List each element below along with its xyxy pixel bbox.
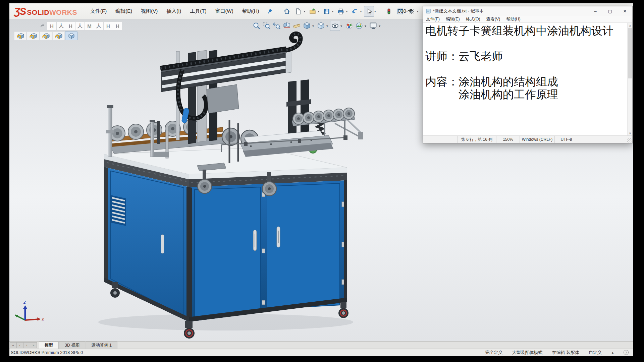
display-style-cube-icon[interactable] xyxy=(316,21,326,31)
tab-nav-next-icon[interactable]: › xyxy=(23,342,30,348)
dropdown-icon[interactable]: ▾ xyxy=(312,24,314,28)
pin-menubar-icon[interactable] xyxy=(267,8,273,14)
text-line: 电机转子卡簧组装机构中涂油机构设计 xyxy=(425,24,628,37)
version-text: SOLIDWORKS Premium 2018 SP5.0 xyxy=(9,350,83,355)
rebuild-traffic-light-icon[interactable] xyxy=(384,6,394,17)
np-menu-view[interactable]: 查看(V) xyxy=(483,16,503,22)
hide-show-items-eye-icon[interactable] xyxy=(330,21,340,31)
menu-file[interactable]: 文件(F) xyxy=(86,5,111,17)
notepad-text-area[interactable]: 电机转子卡簧组装机构中涂油机构设计 讲师：云飞老师 内容：涂油机构的结构组成 涂… xyxy=(423,23,628,136)
triad-x-label: x xyxy=(41,317,44,322)
screen: { "sw": { "logo_glyph": "ƷS", "logo_soli… xyxy=(0,0,644,362)
quickmate-icon[interactable]: 人 xyxy=(75,21,85,31)
quickmate-icon[interactable]: H xyxy=(47,21,57,31)
dropdown-icon[interactable]: ▾ xyxy=(304,9,305,13)
scrollbar-thumb[interactable] xyxy=(628,28,632,78)
maximize-icon[interactable]: ▢ xyxy=(603,6,618,16)
dropdown-icon[interactable]: ▾ xyxy=(326,24,328,28)
view-orientation-cube-icon[interactable] xyxy=(302,21,312,31)
new-document-icon[interactable] xyxy=(293,6,303,17)
breadcrumb-assembly-icon[interactable] xyxy=(65,32,77,40)
heads-up-view-toolbar: ▾ ▾ ▾ ▾ ▾ xyxy=(252,21,382,31)
line-ending: Windows (CRLF) xyxy=(520,136,554,143)
notepad-window: *新建文本文档.txt - 记事本 – ▢ ✕ 文件(F) 编辑(E) 格式(O… xyxy=(423,6,633,143)
quickmate-icon[interactable]: M xyxy=(85,21,94,31)
notepad-menubar: 文件(F) 编辑(E) 格式(O) 查看(V) 帮助(H) xyxy=(423,16,632,23)
selection-breadcrumbs xyxy=(14,32,78,40)
text-line: 内容：涂油机构的结构组成 xyxy=(425,75,628,88)
breadcrumb-component-icon[interactable] xyxy=(14,32,26,40)
resize-grip[interactable] xyxy=(627,138,632,143)
notepad-titlebar[interactable]: *新建文本文档.txt - 记事本 – ▢ ✕ xyxy=(423,6,632,16)
breadcrumb-arrow-icon[interactable] xyxy=(40,23,46,29)
home-icon[interactable] xyxy=(282,6,292,17)
tab-model[interactable]: 模型 xyxy=(39,342,59,349)
status-custom[interactable]: 自定义 xyxy=(589,350,602,356)
measure-icon[interactable] xyxy=(292,21,302,31)
menu-view[interactable]: 视图(V) xyxy=(137,5,162,17)
select-arrow-icon[interactable] xyxy=(364,6,374,17)
section-view-icon[interactable] xyxy=(282,21,292,31)
status-expand-arrow-icon[interactable]: ▲ xyxy=(611,351,614,354)
status-large-assembly-mode: 大型装配体模式 xyxy=(512,350,542,356)
zoom-area-icon[interactable] xyxy=(262,21,272,31)
dropdown-icon[interactable]: ▾ xyxy=(318,9,320,13)
undo-icon[interactable] xyxy=(350,6,360,17)
text-line: 涂油机构的工作原理 xyxy=(425,88,628,101)
np-menu-format[interactable]: 格式(O) xyxy=(463,16,483,22)
quickmate-icon[interactable]: 人 xyxy=(94,21,104,31)
breadcrumb-component-icon[interactable] xyxy=(52,32,65,40)
save-icon[interactable] xyxy=(322,6,332,17)
dropdown-icon[interactable]: ▾ xyxy=(340,24,342,28)
menu-insert[interactable]: 插入(I) xyxy=(162,5,185,17)
dropdown-icon[interactable]: ▾ xyxy=(365,24,366,28)
np-menu-file[interactable]: 文件(F) xyxy=(423,16,443,22)
solidworks-statusbar: SOLIDWORKS Premium 2018 SP5.0 完全定义 大型装配体… xyxy=(9,349,633,356)
scroll-up-icon[interactable]: ▲ xyxy=(628,23,633,28)
view-settings-monitor-icon[interactable] xyxy=(368,21,378,31)
menu-help[interactable]: 帮助(H) xyxy=(238,5,264,17)
quickmate-icon[interactable]: 人 xyxy=(56,21,66,31)
quickmate-icon[interactable]: H xyxy=(103,21,113,31)
status-fully-defined: 完全定义 xyxy=(485,350,502,356)
triad-z-label: z xyxy=(23,299,26,305)
dropdown-icon[interactable]: ▾ xyxy=(379,24,380,28)
dropdown-icon[interactable]: ▾ xyxy=(360,9,362,13)
quickmate-icon[interactable]: H xyxy=(66,21,75,31)
minimize-icon[interactable]: – xyxy=(588,6,603,16)
status-help-icon[interactable]: ? xyxy=(624,350,629,355)
close-icon[interactable]: ✕ xyxy=(618,6,632,16)
tab-nav-first-icon[interactable]: « xyxy=(10,342,17,348)
menu-tools[interactable]: 工具(T) xyxy=(185,5,211,17)
scroll-down-icon[interactable]: ▼ xyxy=(628,131,633,136)
print-icon[interactable] xyxy=(336,6,346,17)
open-icon[interactable] xyxy=(308,6,318,17)
tab-3d-views[interactable]: 3D 视图 xyxy=(59,342,85,349)
zoom-fit-icon[interactable] xyxy=(252,21,262,31)
quickmate-icon[interactable]: H xyxy=(113,21,122,31)
tab-nav-prev-icon[interactable]: ‹ xyxy=(16,342,23,348)
previous-view-icon[interactable] xyxy=(272,21,282,31)
np-menu-help[interactable]: 帮助(H) xyxy=(503,16,523,22)
text-line xyxy=(425,37,628,50)
dropdown-icon[interactable]: ▾ xyxy=(374,9,376,13)
np-menu-edit[interactable]: 编辑(E) xyxy=(443,16,463,22)
edit-appearance-ball-icon[interactable] xyxy=(344,21,354,31)
menu-edit[interactable]: 编辑(E) xyxy=(111,5,137,17)
apply-scene-ball-icon[interactable] xyxy=(354,21,364,31)
notepad-vertical-scrollbar[interactable]: ▲ ▼ xyxy=(627,23,632,136)
toolbar-separator xyxy=(279,6,279,16)
breadcrumb-component-icon[interactable] xyxy=(27,32,39,40)
orientation-triad[interactable]: z x xyxy=(15,299,44,322)
document-tab-bar: « ‹ › » 模型 3D 视图 运动算例 1 xyxy=(9,341,633,349)
tab-motion-study[interactable]: 运动算例 1 xyxy=(86,342,117,349)
zoom-level: 150% xyxy=(496,136,520,143)
menu-window[interactable]: 窗口(W) xyxy=(211,5,238,17)
toolbar-separator xyxy=(381,6,381,16)
tab-nav-last-icon[interactable]: » xyxy=(30,342,37,348)
notepad-app-icon xyxy=(426,8,431,14)
dropdown-icon[interactable]: ▾ xyxy=(332,9,334,13)
breadcrumb-component-icon[interactable] xyxy=(40,32,52,40)
quick-mate-toolbar: H 人 H 人 M 人 H H xyxy=(40,21,122,31)
dropdown-icon[interactable]: ▾ xyxy=(346,9,348,13)
